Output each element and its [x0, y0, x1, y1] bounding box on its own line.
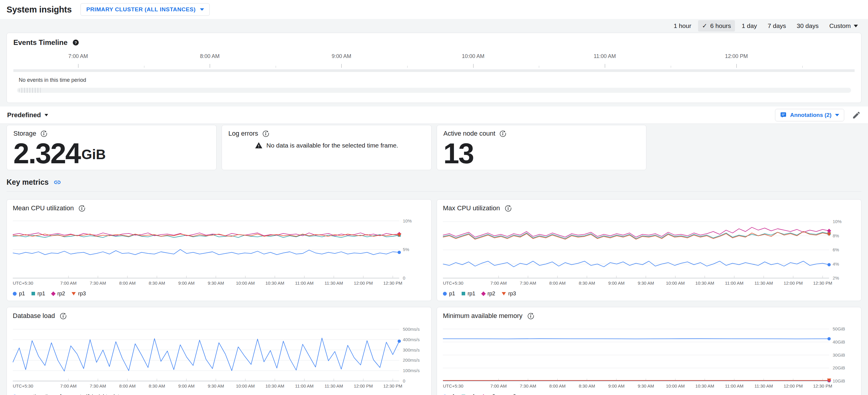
time-option-6-hours[interactable]: ✓ 6 hours: [698, 20, 735, 31]
metric-info-icon[interactable]: [60, 313, 66, 319]
svg-text:UTC+5:30: UTC+5:30: [443, 281, 463, 286]
chart-canvas: 50GiB40GiB30GiB20GiB10GiB7:00 AM7:30 AM8…: [443, 322, 855, 391]
svg-text:8:00 AM: 8:00 AM: [119, 281, 135, 286]
legend-marker-square: [31, 292, 35, 295]
svg-text:11:00 AM: 11:00 AM: [725, 281, 744, 286]
help-icon[interactable]: ?: [72, 39, 79, 46]
stat-title: Active node count: [443, 130, 495, 137]
time-option-30-days[interactable]: 30 days: [793, 20, 823, 31]
legend-marker-triangle-down: [502, 292, 506, 295]
svg-text:11:00 AM: 11:00 AM: [295, 384, 313, 389]
svg-text:100ms/s: 100ms/s: [403, 368, 420, 373]
stat-card-storage: Storage 2.324GiB: [6, 125, 217, 170]
svg-text:200ms/s: 200ms/s: [403, 358, 420, 363]
edit-icon[interactable]: [852, 111, 861, 119]
time-option-7-days[interactable]: 7 days: [764, 20, 790, 31]
metric-info-icon[interactable]: [527, 313, 534, 319]
legend-item: rp1: [462, 290, 475, 297]
metric-info-icon[interactable]: [262, 130, 269, 137]
storage-unit: GiB: [82, 147, 106, 162]
legend-label: rp3: [508, 290, 516, 297]
svg-text:11:30 AM: 11:30 AM: [754, 281, 773, 286]
timeline-hour-label: 12:00 PM: [725, 53, 748, 59]
legend-item: p1: [13, 290, 25, 297]
svg-text:8:30 AM: 8:30 AM: [579, 384, 595, 389]
annotations-button-label: Annotations (2): [790, 112, 832, 118]
svg-text:30GiB: 30GiB: [833, 352, 845, 358]
metric-info-icon[interactable]: [499, 130, 506, 137]
legend-label: rp2: [488, 394, 495, 395]
key-metrics-section: Key metrics: [0, 178, 868, 192]
check-icon: ✓: [702, 22, 707, 29]
legend-label: rp1: [468, 394, 475, 395]
timeline-minor-tick: [671, 66, 671, 68]
divider: [6, 191, 862, 192]
timeline-minor-tick: [276, 66, 276, 68]
min-memory-chart-plot[interactable]: 50GiB40GiB30GiB20GiB10GiB7:00 AM7:30 AM8…: [443, 322, 855, 391]
svg-text:12:30 PM: 12:30 PM: [383, 384, 402, 389]
brush-hatch-handle[interactable]: [19, 88, 41, 93]
chart-title: Database load: [13, 312, 55, 320]
metric-info-icon[interactable]: [505, 205, 512, 212]
cluster-selector-label: PRIMARY CLUSTER (ALL INSTANCES): [86, 6, 195, 13]
chart-card-database-load: Database load 500ms/s400ms/s300ms/s200ms…: [6, 307, 432, 395]
events-timeline-card: Events Timeline ? No events in this time…: [6, 33, 862, 103]
svg-text:10:30 AM: 10:30 AM: [695, 384, 714, 389]
svg-text:4%: 4%: [833, 261, 839, 266]
link-icon[interactable]: [54, 178, 61, 186]
metric-info-icon[interactable]: [40, 130, 47, 137]
chart-canvas: 10%5%07:00 AM7:30 AM8:00 AM8:30 AM9:00 A…: [13, 215, 425, 288]
svg-text:50GiB: 50GiB: [833, 326, 845, 331]
max-cpu-chart-plot[interactable]: 10%8%6%4%2%7:00 AM7:30 AM8:00 AM8:30 AM9…: [443, 215, 855, 288]
metric-info-icon[interactable]: [79, 205, 85, 212]
svg-text:7:00 AM: 7:00 AM: [491, 281, 507, 286]
svg-text:12:30 PM: 12:30 PM: [383, 281, 402, 286]
annotations-icon: [780, 112, 786, 118]
annotations-button[interactable]: Annotations (2): [775, 109, 844, 121]
mean-cpu-chart-plot[interactable]: 10%5%07:00 AM7:30 AM8:00 AM8:30 AM9:00 A…: [13, 215, 425, 288]
svg-text:9:00 AM: 9:00 AM: [178, 384, 194, 389]
cluster-selector-button[interactable]: PRIMARY CLUSTER (ALL INSTANCES): [81, 3, 210, 16]
events-timeline-brush[interactable]: [17, 88, 851, 93]
timeline-major-tick: [736, 64, 737, 68]
svg-text:12:30 PM: 12:30 PM: [813, 281, 832, 286]
timeline-minor-tick: [407, 66, 408, 68]
chart-legend: p1rp1rp2rp3: [443, 392, 855, 395]
time-range-selector: 1 hour ✓ 6 hours 1 day 7 days 30 days Cu…: [0, 19, 868, 33]
svg-text:9:00 AM: 9:00 AM: [178, 281, 194, 286]
chart-title: Mean CPU utilization: [13, 204, 74, 212]
time-option-custom[interactable]: Custom: [826, 20, 860, 31]
chart-card-min-memory: Minimum available memory 50GiB40GiB30GiB…: [437, 307, 862, 395]
legend-label: rp3: [508, 394, 516, 395]
timeline-major-tick: [605, 64, 605, 68]
svg-text:20GiB: 20GiB: [833, 365, 845, 370]
stat-title: Storage: [13, 130, 36, 137]
svg-text:5%: 5%: [403, 247, 409, 252]
time-option-1-day[interactable]: 1 day: [738, 20, 761, 31]
svg-text:8:00 AM: 8:00 AM: [549, 384, 566, 389]
legend-item: rp2: [482, 394, 495, 395]
legend-label: rp3: [78, 290, 86, 297]
svg-text:10:30 AM: 10:30 AM: [695, 281, 714, 286]
svg-text:9:30 AM: 9:30 AM: [208, 384, 224, 389]
svg-text:11:30 AM: 11:30 AM: [325, 384, 343, 389]
svg-text:11:00 AM: 11:00 AM: [725, 384, 744, 389]
key-metrics-title: Key metrics: [6, 178, 49, 187]
legend-marker-diamond: [481, 291, 486, 296]
legend-label: rp2: [488, 290, 495, 297]
database-load-chart-plot[interactable]: 500ms/s400ms/s300ms/s200ms/s100ms/s07:00…: [13, 322, 425, 391]
events-timeline-track: [13, 69, 855, 72]
preset-dropdown[interactable]: Predefined: [7, 111, 48, 119]
svg-text:7:00 AM: 7:00 AM: [491, 384, 507, 389]
legend-marker-circle: [443, 292, 447, 295]
chart-canvas: 500ms/s400ms/s300ms/s200ms/s100ms/s07:00…: [13, 322, 425, 391]
svg-text:7:00 AM: 7:00 AM: [60, 384, 76, 389]
timeline-major-tick: [473, 64, 473, 68]
chevron-down-icon: [854, 25, 858, 27]
svg-text:8:30 AM: 8:30 AM: [149, 384, 165, 389]
svg-text:12:30 PM: 12:30 PM: [813, 384, 832, 389]
time-option-1-hour[interactable]: 1 hour: [670, 20, 695, 31]
svg-text:7:30 AM: 7:30 AM: [90, 384, 106, 389]
legend-label: rp1: [468, 290, 475, 297]
timeline-major-tick: [78, 64, 79, 68]
